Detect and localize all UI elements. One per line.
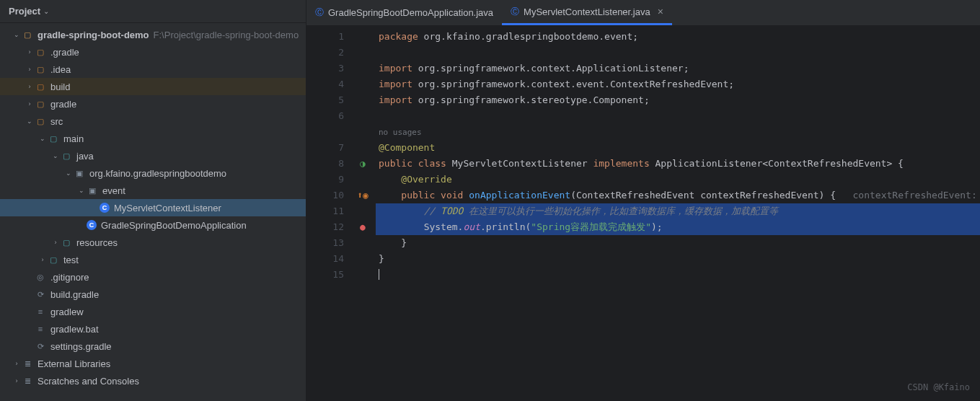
tree-item[interactable]: ·⟳build.gradle [0, 286, 306, 303]
folder-icon: ▢ [22, 29, 33, 40]
tree-item[interactable]: ›▢.gradle [0, 43, 306, 61]
scratches-icon: ≣ [22, 375, 33, 387]
chevron-down-icon[interactable]: ⌄ [50, 152, 61, 159]
inlay-hint: contextRefreshedEvent: [853, 190, 977, 200]
tree-item[interactable]: ·≡gradlew.bat [0, 320, 306, 338]
tree-item[interactable]: ›▢build [0, 78, 306, 95]
tree-item[interactable]: ·≡gradlew [0, 303, 306, 320]
tree-item[interactable]: ·CGradleSpringBootDemoApplication [0, 216, 306, 234]
code-editor[interactable]: 123456789101112131415 ◑ ⬆◉ ● package org… [306, 26, 980, 401]
class-icon: C [100, 203, 110, 213]
package-icon: ▣ [74, 167, 85, 179]
class-icon: C [87, 220, 97, 230]
module-icon: ▢ [48, 133, 59, 144]
chevron-right-icon[interactable]: › [25, 48, 35, 56]
module-icon: ▢ [48, 254, 59, 265]
resources-folder-icon: ▢ [61, 237, 72, 248]
editor-tabs: ⒸGradleSpringBootDemoApplication.java ⒸM… [306, 0, 980, 26]
gradle-icon: ⟳ [35, 340, 46, 352]
tree-item[interactable]: ›▢resources [0, 234, 306, 251]
run-marker-icon[interactable]: ◑ [360, 156, 366, 172]
package-icon: ▣ [87, 185, 98, 196]
chevron-down-icon[interactable]: ⌄ [37, 135, 48, 142]
project-sidebar: Project ⌄ ⌄ ▢ gradle-spring-boot-demo F:… [0, 0, 306, 401]
close-icon[interactable]: × [658, 6, 663, 17]
file-icon: ◎ [35, 271, 46, 283]
folder-icon: ▢ [35, 98, 46, 110]
breakpoint-icon[interactable]: ● [360, 219, 366, 235]
tree-item[interactable]: ⌄▣event [0, 182, 306, 199]
chevron-right-icon[interactable]: › [25, 83, 35, 90]
editor-pane: ⒸGradleSpringBootDemoApplication.java ⒸM… [306, 0, 980, 401]
java-class-icon: Ⓒ [511, 6, 519, 18]
tree-item[interactable]: ·⟳settings.gradle [0, 338, 306, 355]
usages-hint[interactable]: no usages [379, 128, 422, 137]
chevron-right-icon[interactable]: › [50, 239, 61, 246]
line-numbers: 123456789101112131415 [306, 26, 350, 401]
tree-item[interactable]: ›▢gradle [0, 95, 306, 113]
project-tree[interactable]: ⌄ ▢ gradle-spring-boot-demo F:\Project\g… [0, 23, 306, 401]
sidebar-header[interactable]: Project ⌄ [0, 0, 306, 23]
folder-icon: ▢ [35, 81, 46, 92]
project-name: gradle-spring-boot-demo [37, 30, 149, 40]
chevron-down-icon[interactable]: ⌄ [63, 169, 74, 177]
text-caret [379, 269, 379, 280]
folder-icon: ▢ [35, 63, 46, 75]
chevron-down-icon[interactable]: ⌄ [12, 31, 22, 38]
tree-item-external[interactable]: ›≣External Libraries [0, 355, 306, 372]
code-body[interactable]: package org.kfaino.gradlespringbootdemo.… [376, 26, 980, 401]
chevron-right-icon[interactable]: › [37, 256, 48, 263]
file-icon: ≡ [35, 306, 46, 317]
folder-icon: ▢ [35, 46, 46, 58]
gutter-marks: ◑ ⬆◉ ● [350, 26, 376, 401]
tree-item[interactable]: ›▢.idea [0, 61, 306, 78]
tree-item[interactable]: ⌄▢src [0, 113, 306, 130]
file-icon: ≡ [35, 323, 46, 335]
tree-item[interactable]: ⌄▢java [0, 147, 306, 164]
chevron-right-icon[interactable]: › [25, 66, 35, 73]
chevron-down-icon[interactable]: ⌄ [76, 187, 87, 194]
gradle-icon: ⟳ [35, 288, 46, 300]
tab-active[interactable]: ⒸMyServletContextListener.java× [502, 0, 672, 25]
library-icon: ≣ [22, 358, 33, 369]
tree-item[interactable]: ⌄▢main [0, 130, 306, 147]
chevron-right-icon[interactable]: › [12, 377, 22, 384]
tree-item[interactable]: ⌄▣org.kfaino.gradlespringbootdemo [0, 164, 306, 182]
chevron-down-icon: ⌄ [43, 7, 49, 15]
chevron-right-icon[interactable]: › [25, 100, 35, 107]
java-class-icon: Ⓒ [315, 6, 324, 19]
tree-item-scratches[interactable]: ›≣Scratches and Consoles [0, 372, 306, 389]
tree-item-selected[interactable]: ·CMyServletContextListener [0, 199, 306, 216]
override-marker-icon[interactable]: ⬆◉ [357, 188, 368, 203]
tree-item[interactable]: ·◎.gitignore [0, 268, 306, 286]
chevron-right-icon[interactable]: › [12, 360, 22, 367]
tree-root[interactable]: ⌄ ▢ gradle-spring-boot-demo F:\Project\g… [0, 26, 306, 43]
watermark: CSDN @Kfaino [907, 379, 970, 395]
tab-inactive[interactable]: ⒸGradleSpringBootDemoApplication.java [306, 0, 502, 25]
folder-icon: ▢ [35, 115, 46, 127]
project-path: F:\Project\gradle-spring-boot-demo [154, 30, 299, 40]
chevron-down-icon[interactable]: ⌄ [25, 118, 35, 125]
source-folder-icon: ▢ [61, 150, 72, 162]
sidebar-title: Project [9, 6, 40, 17]
tree-item[interactable]: ›▢test [0, 251, 306, 268]
